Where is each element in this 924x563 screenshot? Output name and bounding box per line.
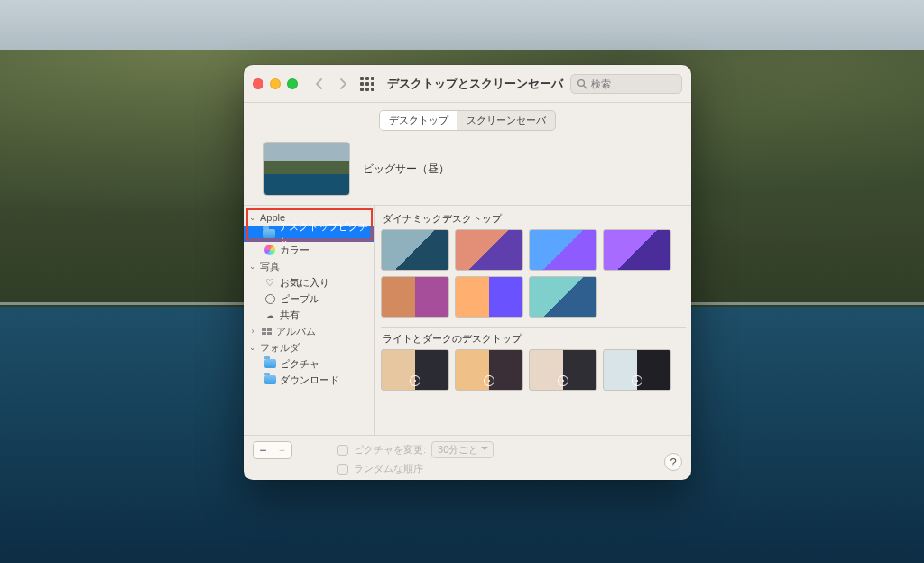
sidebar-group-albums[interactable]: › アルバム xyxy=(244,323,374,339)
wallpaper-thumb[interactable] xyxy=(529,276,597,318)
grid-icon xyxy=(260,326,273,337)
random-order-label: ランダムな順序 xyxy=(354,462,423,475)
chevron-down-icon: ⌄ xyxy=(249,262,256,271)
search-input[interactable] xyxy=(591,78,676,89)
change-picture-label: ピクチャを変更: xyxy=(354,443,426,457)
window-controls xyxy=(253,78,298,89)
cloud-icon: ☁ xyxy=(263,309,276,320)
remove-folder-button: － xyxy=(273,442,292,458)
sidebar-group-photos[interactable]: ⌄ 写真 xyxy=(244,258,374,274)
tab-desktop[interactable]: デスクトップ xyxy=(380,111,457,130)
chevron-left-icon xyxy=(315,78,323,89)
wallpaper-gallery: ダイナミックデスクトップ ライトとダークのデスクトップ xyxy=(375,206,691,435)
folder-icon xyxy=(263,228,275,239)
appearance-icon xyxy=(632,375,642,386)
change-picture-checkbox[interactable] xyxy=(337,445,348,456)
current-wallpaper-row: ビッグサー（昼） xyxy=(244,136,691,205)
color-icon xyxy=(263,245,276,255)
chevron-right-icon: › xyxy=(249,327,256,336)
grid-icon xyxy=(360,77,374,91)
add-folder-button[interactable]: ＋ xyxy=(254,442,273,458)
chevron-right-icon xyxy=(339,78,347,89)
wallpaper-thumb[interactable] xyxy=(603,349,671,391)
source-sidebar: ⌄ Apple デスクトップピクチャ カラー ⌄ 写真 ♡ お気に入り ピー xyxy=(244,206,375,435)
current-wallpaper-name: ビッグサー（昼） xyxy=(363,162,449,177)
back-button[interactable] xyxy=(310,75,328,93)
add-remove-control: ＋ － xyxy=(253,441,292,459)
sidebar-item-downloads[interactable]: ダウンロード xyxy=(244,372,374,388)
forward-button[interactable] xyxy=(335,75,352,93)
minimize-button[interactable] xyxy=(270,78,281,89)
search-field[interactable] xyxy=(570,74,682,94)
tab-row: デスクトップ スクリーンセーバ xyxy=(244,103,691,136)
folder-icon xyxy=(263,374,276,385)
people-icon xyxy=(263,293,276,304)
section-dynamic-title: ダイナミックデスクトップ xyxy=(381,209,686,229)
sidebar-item-pictures[interactable]: ピクチャ xyxy=(244,355,374,372)
appearance-icon xyxy=(410,375,420,386)
window-title: デスクトップとスクリーンセーバ xyxy=(387,76,563,92)
search-icon xyxy=(577,78,587,89)
zoom-button[interactable] xyxy=(287,78,298,89)
sidebar-item-people[interactable]: ピープル xyxy=(244,291,374,307)
wallpaper-thumb[interactable] xyxy=(529,349,597,391)
wallpaper-thumb[interactable] xyxy=(455,349,523,391)
interval-select[interactable]: 30分ごと xyxy=(431,441,494,458)
sidebar-item-favorites[interactable]: ♡ お気に入り xyxy=(244,274,374,291)
appearance-icon xyxy=(484,375,494,386)
wallpaper-thumb[interactable] xyxy=(529,229,597,271)
svg-line-1 xyxy=(584,85,587,88)
sidebar-item-shared[interactable]: ☁ 共有 xyxy=(244,307,374,323)
help-button[interactable]: ? xyxy=(664,453,682,471)
chevron-down-icon: ⌄ xyxy=(249,213,256,222)
wallpaper-thumb[interactable] xyxy=(455,229,523,271)
titlebar: デスクトップとスクリーンセーバ xyxy=(244,65,691,103)
wallpaper-thumb[interactable] xyxy=(381,276,449,318)
random-order-checkbox[interactable] xyxy=(337,464,348,475)
show-all-button[interactable] xyxy=(359,75,376,93)
wallpaper-thumb[interactable] xyxy=(381,349,449,391)
heart-icon: ♡ xyxy=(263,277,276,288)
appearance-icon xyxy=(558,375,568,386)
tab-screensaver[interactable]: スクリーンセーバ xyxy=(457,111,555,130)
current-wallpaper-thumb[interactable] xyxy=(263,142,350,196)
chevron-down-icon: ⌄ xyxy=(249,343,256,352)
preferences-window: デスクトップとスクリーンセーバ デスクトップ スクリーンセーバ ビッグサー（昼）… xyxy=(244,65,691,480)
folder-icon xyxy=(263,358,276,369)
sidebar-group-folders[interactable]: ⌄ フォルダ xyxy=(244,339,374,355)
sidebar-item-desktop-pictures[interactable]: デスクトップピクチャ xyxy=(244,226,374,242)
close-button[interactable] xyxy=(253,78,263,89)
wallpaper-thumb[interactable] xyxy=(455,276,523,318)
wallpaper-thumb[interactable] xyxy=(603,229,671,271)
bottom-bar: ＋ － ピクチャを変更: 30分ごと ランダムな順序 ? xyxy=(244,435,691,480)
wallpaper-thumb[interactable] xyxy=(381,229,449,271)
section-lightdark-title: ライトとダークのデスクトップ xyxy=(381,329,686,349)
